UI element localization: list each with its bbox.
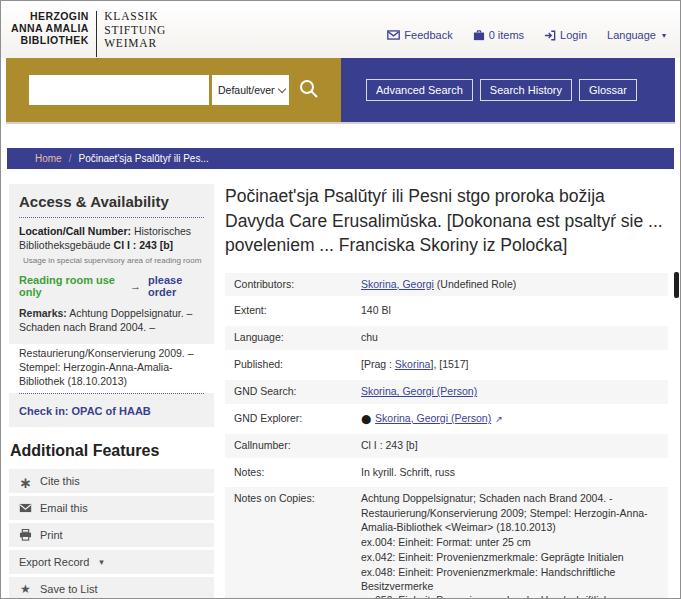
search-history-button[interactable]: Search History	[480, 79, 572, 101]
gnd-explorer-link[interactable]: Skorina, Georgi (Person)	[375, 412, 491, 424]
status-badge: Reading room use only	[19, 274, 123, 298]
access-availability-box: Access & Availability Location/Call Numb…	[9, 184, 214, 344]
logo-line: WEIMAR	[104, 37, 166, 51]
row-label: Published:	[234, 358, 361, 372]
row-label: Notes on Copies:	[234, 492, 361, 599]
advanced-search-button[interactable]: Advanced Search	[366, 79, 473, 101]
please-order-link[interactable]: please order	[148, 274, 204, 298]
row-value: Achtung Doppelsignatur; Schaden nach Bra…	[361, 492, 659, 599]
record-detail: Počinaet'sja Psalŭtyŕ ili Pesni stgo pro…	[225, 184, 672, 599]
contributor-link[interactable]: Skorina, Georgi	[361, 278, 434, 290]
search-nav-area: Advanced Search Search History Glossar	[341, 58, 675, 122]
logo-line: STIFTUNG	[104, 24, 166, 38]
feedback-link[interactable]: Feedback	[387, 29, 452, 41]
save-to-list-button[interactable]: ★ Save to List	[9, 577, 214, 599]
content: Access & Availability Location/Call Numb…	[1, 169, 680, 599]
copy-note: ex.050: Einheit: Provenienzmerkmale: Han…	[361, 594, 659, 599]
logo-foundation-name: KLASSIK STIFTUNG WEIMAR	[104, 10, 166, 51]
availability-status-line: Reading room use only → please order	[19, 274, 204, 298]
sidebar: Access & Availability Location/Call Numb…	[9, 184, 214, 599]
detail-row-gnd-search: GND Search: Skorina, Georgi (Person)	[225, 380, 668, 404]
row-value: 140 Bl	[361, 304, 659, 318]
logo-line: BIBLIOTHEK	[11, 34, 89, 46]
row-value: ⬤Skorina, Georgi (Person)↗	[361, 412, 659, 426]
arrow-right-icon: →	[130, 280, 141, 292]
action-label: Save to List	[40, 583, 97, 595]
star-icon: ★	[19, 583, 32, 595]
email-icon	[19, 503, 32, 513]
additional-features-title: Additional Features	[10, 442, 214, 460]
detail-row-language: Language: chu	[225, 326, 668, 350]
breadcrumb-home-link[interactable]: Home	[35, 153, 62, 164]
opac-checkin-link[interactable]: Check in: OPAC of HAAB	[19, 405, 151, 417]
callnumber-value: Cl I : 243 [b]	[114, 239, 174, 251]
location-label: Location/Call Number:	[19, 225, 131, 237]
chevron-down-icon: ▾	[662, 31, 666, 40]
copy-note: Achtung Doppelsignatur; Schaden nach Bra…	[361, 492, 659, 506]
access-availability-title: Access & Availability	[19, 193, 204, 218]
print-button[interactable]: Print	[9, 523, 214, 547]
search-band: Default/everyt Advanced Search Search Hi…	[6, 58, 675, 124]
external-link-icon: ↗	[495, 414, 503, 424]
row-label: GND Explorer:	[234, 412, 361, 426]
location-callnumber: Location/Call Number: Historisches Bibli…	[19, 225, 204, 253]
envelope-icon	[387, 30, 400, 40]
row-value: chu	[361, 331, 659, 345]
copy-note: ex.048: Einheit: Provenienzmerkmale: Han…	[361, 566, 659, 594]
gnd-search-link[interactable]: Skorina, Georgi (Person)	[361, 385, 477, 397]
search-area: Default/everyt	[6, 58, 341, 122]
row-value: Cl I : 243 [b]	[361, 439, 659, 453]
search-submit-button[interactable]	[298, 78, 320, 103]
row-value: [Prag : Skorina], [1517]	[361, 358, 659, 372]
opac-record-page: HERZOGIN ANNA AMALIA BIBLIOTHEK KLASSIK …	[0, 0, 681, 599]
detail-row-contributors: Contributors: Skorina, Georgi (Undefined…	[225, 273, 668, 297]
breadcrumb-current: Počinaet'sja Psalŭtyŕ ili Pes...	[78, 153, 208, 164]
row-value: Skorina, Georgi (Undefined Role)	[361, 278, 659, 292]
logo-line: ANNA AMALIA	[11, 22, 89, 34]
feedback-label: Feedback	[404, 29, 452, 41]
scrollbar-thumb[interactable]	[674, 272, 679, 298]
action-label: Print	[40, 529, 63, 541]
search-type-select[interactable]: Default/everyt	[212, 75, 289, 105]
book-bag-link[interactable]: 0 items	[473, 29, 524, 41]
search-icon	[298, 88, 320, 103]
language-menu[interactable]: Language ▾	[607, 29, 666, 41]
login-label: Login	[560, 29, 587, 41]
checkin-box: Check in: OPAC of HAAB	[9, 393, 214, 427]
chevron-down-icon: ▾	[99, 557, 104, 567]
published-suffix: ], [1517]	[430, 358, 468, 370]
remarks-label: Remarks:	[19, 307, 67, 319]
publisher-link[interactable]: Skorina	[395, 358, 431, 370]
usage-note: Usage in special supervisory area of rea…	[23, 256, 204, 265]
action-label: Email this	[40, 502, 88, 514]
email-this-button[interactable]: Email this	[9, 496, 214, 520]
detail-row-callnumber: Callnumber: Cl I : 243 [b]	[225, 434, 668, 458]
contributor-role: (Undefined Role)	[434, 278, 516, 290]
login-link[interactable]: Login	[544, 29, 587, 41]
row-label: Extent:	[234, 304, 361, 318]
bag-icon	[473, 30, 485, 41]
logo-line: KLASSIK	[104, 10, 166, 24]
detail-row-notes: Notes: In kyrill. Schrift, russ	[225, 461, 668, 485]
detail-row-extent: Extent: 140 Bl	[225, 299, 668, 323]
cite-this-button[interactable]: ∗ Cite this	[9, 469, 214, 493]
top-header: HERZOGIN ANNA AMALIA BIBLIOTHEK KLASSIK …	[1, 1, 680, 58]
export-record-button[interactable]: Export Record ▾	[9, 550, 214, 574]
row-label: Language:	[234, 331, 361, 345]
breadcrumb-separator: /	[69, 153, 72, 164]
action-label: Export Record	[19, 556, 89, 568]
action-label: Cite this	[40, 475, 80, 487]
published-prefix: [Prag :	[361, 358, 395, 370]
gnd-globe-icon: ⬤	[361, 414, 371, 424]
glossary-button[interactable]: Glossar	[579, 79, 637, 101]
search-input[interactable]	[29, 75, 209, 105]
library-logo: HERZOGIN ANNA AMALIA BIBLIOTHEK KLASSIK …	[11, 10, 166, 58]
row-value: In kyrill. Schrift, russ	[361, 466, 659, 480]
row-label: Notes:	[234, 466, 361, 480]
items-count-label: 0 items	[489, 29, 524, 41]
search-type-select-wrap: Default/everyt	[212, 75, 289, 105]
row-label: GND Search:	[234, 385, 361, 399]
top-nav: Feedback 0 items Login Language ▾	[387, 12, 666, 58]
row-label: Callnumber:	[234, 439, 361, 453]
language-label: Language	[607, 29, 656, 41]
